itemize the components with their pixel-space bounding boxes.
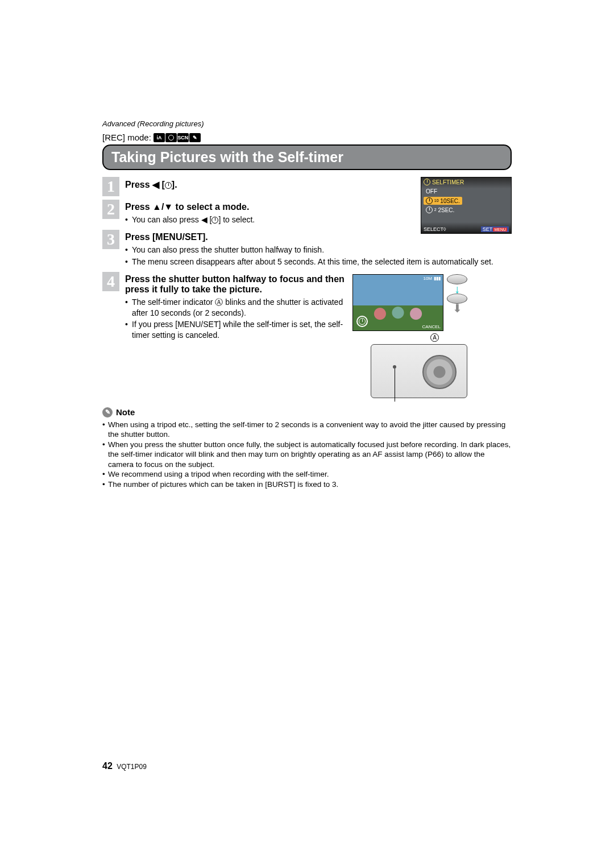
step-4-title: Press the shutter button halfway to focu… [125,274,347,295]
title-banner: Taking Pictures with the Self-timer [102,144,512,170]
shutter-button-icon [447,274,467,284]
callout-line [395,369,395,402]
note-item: The number of pictures which can be take… [102,480,512,490]
lcd-option-2-label: 2SEC. [438,207,454,213]
mode-icon-scn: SCN [177,133,189,142]
self-timer-indicator-overlay [356,316,368,327]
camera-lens-icon [422,355,457,389]
step-4: 4 Press the shutter button halfway to fo… [102,272,512,398]
lcd-option-off: OFF [424,188,439,195]
step-4-bullet-1: The self-timer indicator Ⓐ blinks and th… [125,297,347,319]
mode-icon-camera [165,133,177,142]
mode-icon-ia: iA [154,133,165,142]
page-title: Taking Pictures with the Self-timer [111,149,503,166]
lcd-option-2sec: 2 2SEC. [424,206,457,214]
timer-icon [424,179,430,185]
lcd-title: SELFTIMER [424,179,464,185]
sample-photo: 10M ▮▮▮ CANCEL [352,274,443,331]
lcd-option-10sec: 10 10SEC. [424,197,462,205]
cancel-hint: CANCEL [422,324,441,329]
page-content: Advanced (Recording pictures) [REC] mode… [102,119,512,490]
text: Press [125,180,152,189]
step-4-bullet-2: If you press [MENU/SET] while the self-t… [125,319,347,341]
page-footer: 42 VQT1P09 [102,761,147,771]
step-number: 4 [102,272,119,291]
note-item: When you press the shutter button once f… [102,440,512,470]
step-3-bullet-1: You can also press the shutter button ha… [125,245,512,255]
page-number: 42 [102,761,113,771]
shutter-button-icon [447,294,467,304]
arrow-down-full-icon: ⬇ [453,305,462,312]
text: ] to select. [218,215,255,224]
step-3: 3 Press [MENU/SET]. You can also press t… [102,230,512,268]
text: You can also press ◀ [ [132,215,211,224]
lcd-select-text: SELECT [424,226,443,232]
note-label: Note [116,407,135,417]
lcd-title-text: SELFTIMER [432,179,464,185]
rec-mode-label: [REC] mode: [102,133,151,142]
step-2-bullet: You can also press ◀ [] to select. [125,214,512,225]
step-number: 1 [102,177,119,196]
rec-mode-line: [REC] mode: iA SCN ✎ [102,133,512,142]
lcd-select-hint: SELECT◊ [424,226,446,232]
label-a-icon: A [430,333,439,342]
lcd-set-hint: SETMENU [481,226,509,232]
lcd-figure: SELFTIMER OFF 10 10SEC. 2 2SEC. SELECT◊ [421,177,512,234]
step-4-figures: 10M ▮▮▮ CANCEL ↓ ⬇ [352,274,467,398]
timer-icon [165,182,172,189]
mode-icon-clipboard: ✎ [189,133,201,142]
lcd-set-text: SET [483,226,493,232]
photo-with-shutter: 10M ▮▮▮ CANCEL ↓ ⬇ [352,274,467,331]
step-number: 3 [102,230,119,249]
notes-list: When using a tripod etc., setting the se… [102,420,512,490]
breadcrumb: Advanced (Recording pictures) [102,119,512,128]
photo-res-badge: 10M [423,276,432,281]
label-a-callout: A [426,333,467,342]
arrow-down-icon: ↓ [454,286,460,292]
mode-icons-group: iA SCN ✎ [154,133,201,142]
steps-area: SELFTIMER OFF 10 10SEC. 2 2SEC. SELECT◊ [102,177,512,490]
timer-icon [426,206,433,213]
shutter-press-diagram: ↓ ⬇ [447,274,467,312]
lcd-option-10-label: 10SEC. [440,198,459,204]
note-heading: ✎ Note [102,407,512,418]
note-item: We recommend using a tripod when recordi… [102,469,512,480]
timer-icon [426,197,433,204]
lcd-screenshot: SELFTIMER OFF 10 10SEC. 2 2SEC. SELECT◊ [421,177,512,234]
note-icon: ✎ [102,407,113,418]
camera-front-diagram [371,344,467,398]
timer-icon [211,217,218,224]
doc-code: VQT1P09 [117,763,147,771]
note-item: When using a tripod etc., setting the se… [102,420,512,440]
text: [ [159,180,165,189]
step-number: 2 [102,200,119,219]
step-3-bullet-2: The menu screen disappears after about 5… [125,257,512,267]
text: ]. [172,180,177,189]
